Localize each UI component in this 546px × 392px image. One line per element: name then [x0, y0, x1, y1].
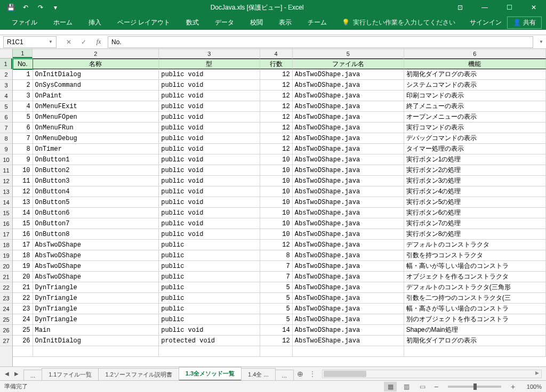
- row-header[interactable]: 9: [0, 144, 12, 154]
- signin-link[interactable]: サインイン: [470, 18, 502, 27]
- table-cell[interactable]: OnButton7: [33, 218, 159, 229]
- row-header[interactable]: 6: [0, 112, 12, 123]
- table-cell[interactable]: AbsTwoDShape.java: [293, 101, 404, 112]
- table-cell[interactable]: 13: [13, 197, 33, 208]
- table-cell[interactable]: 10: [260, 229, 293, 240]
- row-header[interactable]: 23: [0, 293, 12, 304]
- table-cell[interactable]: public void: [159, 176, 260, 186]
- select-all-corner[interactable]: [0, 49, 13, 59]
- table-cell[interactable]: AbsTwoDShape.java: [293, 123, 404, 133]
- share-button[interactable]: 👤 共有: [507, 17, 542, 29]
- table-cell[interactable]: 23: [13, 304, 33, 314]
- table-cell[interactable]: 12: [260, 80, 293, 91]
- table-cell[interactable]: AbsTwoDShape.java: [293, 218, 404, 229]
- ribbon-options-icon[interactable]: ⊡: [448, 0, 472, 15]
- table-cell[interactable]: OnMenuFOpen: [33, 112, 159, 123]
- table-cell[interactable]: 初期化ダイアログの表示: [404, 69, 546, 80]
- table-cell[interactable]: 12: [260, 101, 293, 112]
- table-cell[interactable]: AbsTwoDShape.java: [293, 250, 404, 261]
- table-cell[interactable]: 実行ボタン7の処理: [404, 218, 546, 229]
- undo-icon[interactable]: ↶: [19, 1, 32, 14]
- table-cell[interactable]: 1: [13, 69, 33, 80]
- zoom-out-icon[interactable]: −: [432, 382, 440, 391]
- table-cell[interactable]: DynTriangle: [33, 314, 159, 325]
- table-cell[interactable]: AbsTwoDShape.java: [293, 261, 404, 272]
- add-sheet-icon[interactable]: ⊕: [293, 370, 307, 378]
- table-cell[interactable]: 24: [13, 314, 33, 325]
- table-cell[interactable]: AbsTwoDShape.java: [293, 154, 404, 165]
- table-cell[interactable]: Main: [33, 325, 159, 336]
- table-cell[interactable]: [159, 346, 260, 357]
- table-header-cell[interactable]: 機能: [404, 59, 546, 69]
- table-cell[interactable]: 10: [260, 186, 293, 197]
- sheet-tab[interactable]: 1.2ソースファイル説明書: [98, 368, 179, 381]
- row-header[interactable]: 17: [0, 229, 12, 240]
- expand-formula-icon[interactable]: ▼: [536, 39, 546, 44]
- table-cell[interactable]: 7: [13, 133, 33, 144]
- table-cell[interactable]: 10: [13, 165, 33, 176]
- row-header[interactable]: 21: [0, 272, 12, 282]
- table-cell[interactable]: 26: [13, 336, 33, 346]
- row-header[interactable]: 20: [0, 261, 12, 272]
- table-cell[interactable]: public void: [159, 123, 260, 133]
- row-header[interactable]: 15: [0, 208, 12, 218]
- row-header[interactable]: 19: [0, 250, 12, 261]
- table-cell[interactable]: AbsTwoDShape: [33, 261, 159, 272]
- ribbon-tab-6[interactable]: 校閲: [243, 15, 270, 30]
- table-cell[interactable]: public: [159, 272, 260, 282]
- table-cell[interactable]: 19: [13, 261, 33, 272]
- table-cell[interactable]: public void: [159, 80, 260, 91]
- table-cell[interactable]: public void: [159, 186, 260, 197]
- save-icon[interactable]: 💾: [4, 1, 17, 14]
- sheet-tab[interactable]: 1.1ファイル一覧: [42, 368, 99, 381]
- table-cell[interactable]: 5: [260, 282, 293, 293]
- table-cell[interactable]: OnTimer: [33, 144, 159, 154]
- row-header[interactable]: 14: [0, 197, 12, 208]
- table-cell[interactable]: 21: [13, 282, 33, 293]
- table-cell[interactable]: AbsTwoDShape.java: [293, 229, 404, 240]
- table-cell[interactable]: 10: [260, 165, 293, 176]
- table-cell[interactable]: システムコマンドの表示: [404, 80, 546, 91]
- table-cell[interactable]: public void: [159, 165, 260, 176]
- col-header[interactable]: 4: [260, 49, 293, 58]
- table-cell[interactable]: 12: [260, 133, 293, 144]
- table-cell[interactable]: public void: [159, 197, 260, 208]
- table-cell[interactable]: 12: [260, 91, 293, 101]
- table-cell[interactable]: 8: [260, 250, 293, 261]
- page-break-view-icon[interactable]: ▭: [416, 382, 429, 391]
- ribbon-tab-8[interactable]: チーム: [300, 15, 334, 30]
- table-cell[interactable]: 20: [13, 272, 33, 282]
- table-cell[interactable]: 実行ボタン5の処理: [404, 197, 546, 208]
- table-cell[interactable]: 引数を二つ持つのコンストラクタ(三: [404, 293, 546, 304]
- table-cell[interactable]: 5: [260, 293, 293, 304]
- table-cell[interactable]: AbsTwoDShape.java: [293, 69, 404, 80]
- row-header[interactable]: 10: [0, 154, 12, 165]
- zoom-in-icon[interactable]: +: [509, 382, 517, 391]
- table-cell[interactable]: [404, 346, 546, 357]
- table-cell[interactable]: 8: [13, 144, 33, 154]
- table-cell[interactable]: OnInitDialog: [33, 69, 159, 80]
- ribbon-tab-5[interactable]: データ: [207, 15, 242, 30]
- fx-icon[interactable]: fx: [93, 36, 105, 48]
- table-cell[interactable]: AbsTwoDShape.java: [293, 91, 404, 101]
- table-cell[interactable]: OnButton1: [33, 154, 159, 165]
- zoom-thumb[interactable]: [473, 383, 477, 390]
- cancel-formula-icon[interactable]: ✕: [63, 36, 75, 48]
- table-cell[interactable]: OnButton3: [33, 176, 159, 186]
- table-cell[interactable]: 4: [13, 101, 33, 112]
- table-cell[interactable]: 3: [13, 91, 33, 101]
- table-cell[interactable]: 11: [13, 176, 33, 186]
- maximize-icon[interactable]: ☐: [497, 0, 521, 15]
- table-cell[interactable]: 12: [260, 112, 293, 123]
- table-cell[interactable]: DynTriangle: [33, 304, 159, 314]
- table-cell[interactable]: 7: [260, 261, 293, 272]
- row-header[interactable]: 5: [0, 101, 12, 112]
- table-cell[interactable]: 実行ボタン1の処理: [404, 154, 546, 165]
- table-cell[interactable]: 実行ボタン6の処理: [404, 208, 546, 218]
- horizontal-scrollbar[interactable]: ◀ ▶: [322, 370, 542, 378]
- table-cell[interactable]: AbsTwoEShape.java: [293, 336, 404, 346]
- row-header[interactable]: 12: [0, 176, 12, 186]
- normal-view-icon[interactable]: ▦: [384, 382, 397, 391]
- col-header[interactable]: 2: [33, 49, 159, 58]
- table-cell[interactable]: public void: [159, 208, 260, 218]
